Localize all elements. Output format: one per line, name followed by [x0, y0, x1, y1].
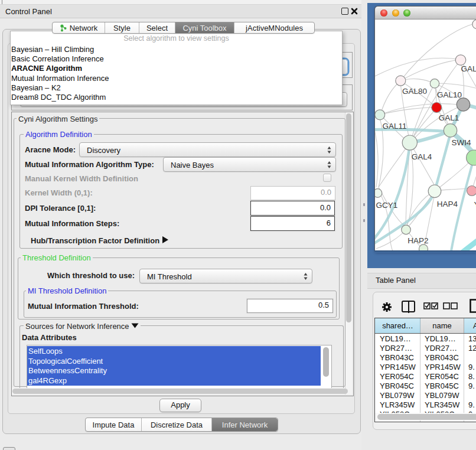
svg-text:SWI4: SWI4 [451, 138, 471, 147]
svg-text:GCY1: GCY1 [376, 201, 398, 210]
svg-text:Y: Y [474, 200, 476, 209]
svg-text:GAL11: GAL11 [382, 122, 406, 131]
svg-text:HAP2: HAP2 [407, 236, 428, 245]
svg-text:GAL1: GAL1 [439, 113, 459, 122]
svg-text:HAP4: HAP4 [437, 200, 458, 208]
svg-text:GAL8: GAL8 [461, 64, 476, 73]
svg-text:GAL10: GAL10 [437, 90, 462, 99]
svg-text:GAL4: GAL4 [412, 152, 432, 161]
svg-text:GAL80: GAL80 [402, 87, 427, 96]
